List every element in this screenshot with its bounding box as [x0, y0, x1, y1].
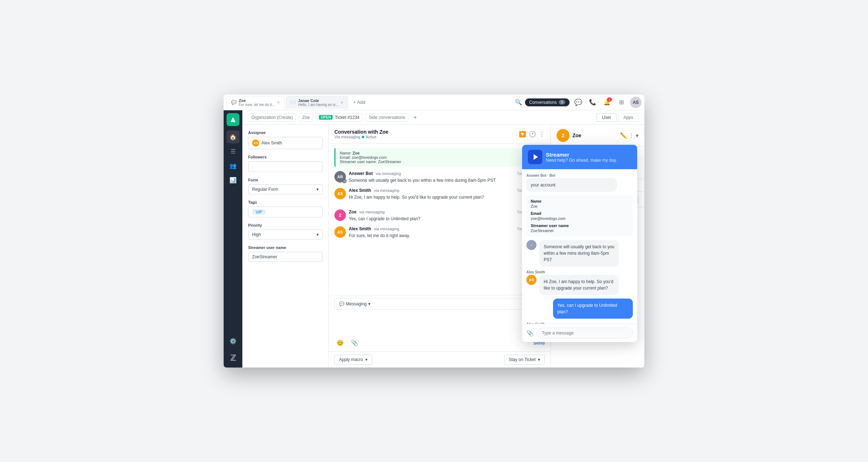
chat-icon-button[interactable]: 💬 — [572, 97, 584, 108]
streamer-value: ZoeStreamer — [252, 254, 277, 259]
stay-on-ticket-button[interactable]: Stay on Ticket ▾ — [504, 355, 545, 365]
conv-body: Name: Zoe Email: zoe@lovedogs.com Stream… — [329, 144, 551, 295]
followers-label: Followers — [248, 155, 323, 159]
streamer-popup: Streamer Need help? Go ahead, make my da… — [522, 145, 637, 342]
conv-channel: Via messaging — [334, 135, 360, 139]
alex-msg-meta-2: Alex Smith via messaging Today at 9:01 A… — [349, 226, 545, 231]
phone-icon-button[interactable]: 📞 — [587, 97, 598, 108]
form-select[interactable]: Regular Form ▾ — [248, 184, 323, 194]
tab-zoe-close[interactable]: ✕ — [277, 101, 280, 105]
assignee-field: Assignee AS Alex Smith — [248, 130, 323, 149]
priority-field: Priority High ▾ — [248, 223, 323, 240]
sidebar-item-views[interactable]: ☰ — [227, 145, 239, 158]
tags-container: VIP — [252, 209, 266, 215]
chat-agent-response: Alex Smith AS Hi Zoe, I am happy to help… — [526, 270, 633, 295]
sidebar-item-customers[interactable]: 👥 — [227, 159, 239, 172]
notifications-button[interactable]: 🔔 1 — [601, 97, 613, 108]
chat-label-bot: Answer Bot · Bot your account — [526, 174, 633, 192]
nav-logo[interactable] — [227, 113, 239, 126]
conversations-button[interactable]: Conversations 0 — [525, 98, 570, 106]
tab-janae-icon: ✉️ — [291, 100, 296, 105]
view-tab-user[interactable]: User — [597, 113, 616, 122]
streamer-title: Streamer — [546, 152, 617, 158]
alex-avatar-2: AS — [334, 226, 346, 238]
form-value: Regular Form — [252, 187, 278, 192]
form-label: Form — [248, 178, 323, 182]
tab-janae[interactable]: ✉️ Janae Cole Hello, I am having an is..… — [286, 96, 348, 109]
side-conversations-btn[interactable]: Side conversations — [366, 114, 408, 121]
apply-macro-button[interactable]: Apply macro ▾ — [334, 355, 372, 365]
bot-badge: 🤖 — [342, 179, 347, 183]
emoji-button[interactable]: 😊 — [334, 337, 346, 348]
alex-check-2: ✓✓ — [349, 240, 545, 244]
grid-icon-button[interactable]: ⊞ — [616, 97, 627, 108]
chat-data-block: Name Zoe Email zoe@lovedogs.com Streamer… — [526, 195, 633, 236]
priority-label: Priority — [248, 223, 323, 227]
priority-select[interactable]: High ▾ — [248, 230, 323, 240]
sidebar-item-reports[interactable]: 📊 — [227, 174, 239, 186]
user-avatar: Z — [557, 129, 570, 142]
messaging-icon: 💬 — [339, 301, 344, 306]
tags-label: Tags — [248, 200, 323, 204]
user-collapse-icon[interactable]: ▾ — [636, 132, 639, 139]
sys-name: Name: Zoe — [340, 151, 540, 155]
search-button[interactable]: 🔍 — [515, 99, 522, 106]
ticket-status: OPEN — [319, 115, 333, 120]
zoe-msg-content: Zoe via messaging Today at 9:01 AM Yes, … — [349, 209, 545, 222]
attach-button[interactable]: 📎 — [349, 337, 360, 348]
alex-check-1: ✓✓ — [349, 201, 545, 205]
edit-icon[interactable]: ✏️ — [620, 132, 627, 139]
breadcrumb-user[interactable]: Zoe — [299, 114, 313, 121]
sidebar-item-home[interactable]: 🏠 — [227, 130, 239, 143]
chat-row-alex: AS Hi Zoe, I am happy to help. So you'd … — [526, 275, 633, 295]
assignee-input[interactable]: AS Alex Smith — [248, 137, 323, 149]
reply-type[interactable]: 💬 Messaging ▾ — [339, 301, 370, 306]
sys-email: Email: zoe@lovedogs.com — [340, 155, 540, 160]
tab-zoe[interactable]: 💬 Zoe For sure, let me do it... ✕ — [227, 96, 284, 109]
chat-bot-response: ·· Someone will usually get back to you … — [526, 240, 633, 267]
breadcrumb-org[interactable]: Organization (Create) — [248, 114, 296, 121]
conversations-count: 0 — [559, 100, 565, 105]
user-more-icon[interactable]: ⋮ — [629, 132, 634, 139]
bot-response-wrap: Someone will usually get back to you wit… — [539, 240, 633, 267]
tags-input[interactable]: VIP — [248, 207, 323, 217]
conv-footer: 💬 Messaging ▾ 😊 📎 Send — [329, 295, 551, 351]
form-chevron-icon: ▾ — [316, 187, 319, 192]
filter-icon[interactable]: 🔽 — [519, 131, 526, 138]
view-tab-apps[interactable]: Apps — [618, 113, 639, 122]
conv-subtitle: Via messaging Active — [334, 135, 388, 139]
streamer-logo — [528, 150, 542, 164]
tab-janae-close[interactable]: ✕ — [341, 101, 343, 105]
svg-marker-4 — [534, 154, 538, 160]
tab-zoe-sublabel: For sure, let me do it... — [239, 103, 275, 107]
tab-zoe-icon: 💬 — [231, 100, 237, 105]
chat-attach-icon[interactable]: 📎 — [526, 330, 534, 337]
alex-chat-avatar: AS — [526, 275, 536, 285]
followers-input[interactable] — [248, 161, 323, 172]
user-avatar-button[interactable]: AS — [630, 97, 641, 108]
data-email-val: zoe@lovedogs.com — [531, 216, 629, 221]
add-tab-button[interactable]: + Add — [350, 97, 369, 107]
chat-bubble-bot-response: Someone will usually get back to you wit… — [539, 240, 619, 267]
chat-agent-reply: Alex Smith AS For sure, let me do it rig… — [526, 322, 633, 324]
zoe-bubble: Yes, can I upgrade to Unlimited plan? — [349, 216, 545, 222]
breadcrumb-add-btn[interactable]: + — [411, 113, 419, 122]
alex-msg-meta-1: Alex Smith via messaging Today at 9:01 A… — [349, 188, 545, 193]
conv-actions: 🔽 🕐 ⋮ — [519, 131, 545, 138]
conv-title: Conversation with Zoe — [334, 129, 388, 135]
ticket-badge[interactable]: OPEN Ticket #1234 — [316, 114, 363, 121]
data-name-val: Zoe — [531, 204, 629, 208]
sidebar-item-settings[interactable]: ⚙️ — [227, 334, 239, 347]
message-row-zoe: Z Zoe via messaging Today at 9:01 AM Yes… — [334, 209, 545, 222]
more-icon[interactable]: ⋮ — [539, 131, 545, 138]
history-icon[interactable]: 🕐 — [529, 131, 536, 138]
messaging-label: Messaging — [346, 301, 367, 306]
alex-sender-2: Alex Smith — [349, 226, 371, 231]
reply-bar: 💬 Messaging ▾ — [334, 298, 545, 310]
assignee-value: Alex Smith — [261, 140, 282, 145]
chat-message-input[interactable] — [536, 328, 633, 338]
streamer-input[interactable]: ZoeStreamer — [248, 252, 323, 262]
data-streamer-val: ZoeStreamer — [531, 228, 629, 233]
chat-bubble-your-account: your account — [526, 178, 617, 192]
zoe-avatar: Z — [334, 209, 346, 221]
